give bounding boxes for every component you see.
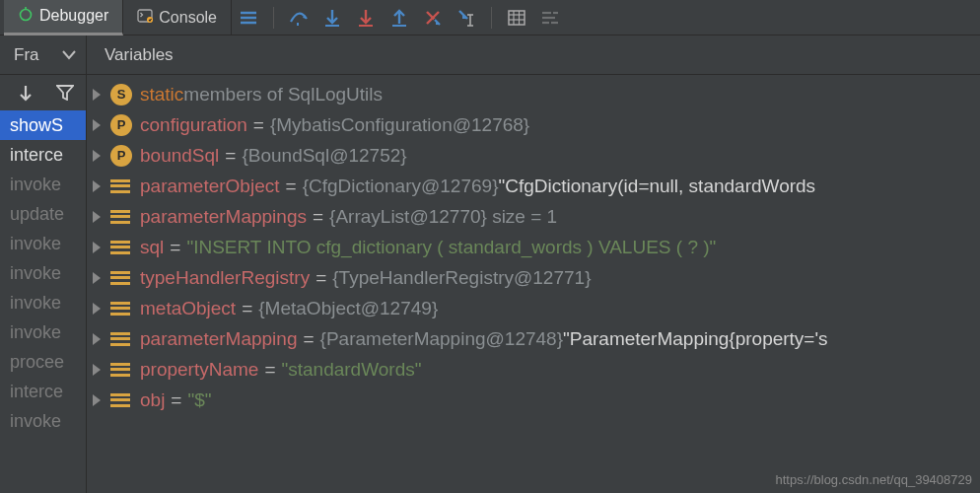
- equals-sign: =: [303, 323, 314, 354]
- variable-name: static: [140, 79, 183, 109]
- equals-sign: =: [286, 171, 297, 201]
- variable-row[interactable]: sql = "INSERT INTO cfg_dictionary ( stan…: [87, 232, 980, 262]
- variable-row[interactable]: Sstatic members of SqlLogUtils: [87, 79, 980, 109]
- variable-row[interactable]: metaObject = {MetaObject@12749}: [87, 293, 980, 323]
- chevron-down-icon: [62, 45, 76, 65]
- expand-arrow-icon[interactable]: [93, 242, 101, 253]
- variables-tree[interactable]: Sstatic members of SqlLogUtilsPconfigura…: [87, 75, 980, 493]
- tab-debugger-label: Debugger: [39, 7, 108, 25]
- bug-icon: [18, 6, 34, 26]
- evaluate-expression-button[interactable]: [503, 4, 530, 32]
- threads-icon[interactable]: [235, 4, 262, 32]
- variable-name: parameterMappings: [140, 201, 307, 232]
- variables-title: Variables: [105, 45, 174, 65]
- expand-arrow-icon[interactable]: [93, 150, 101, 162]
- frames-toolbar: [0, 75, 86, 110]
- frame-item[interactable]: interce: [0, 377, 86, 406]
- frames-list[interactable]: showSinterceinvokeupdateinvokeinvokeinvo…: [0, 110, 86, 493]
- expand-arrow-icon[interactable]: [93, 364, 101, 376]
- expand-arrow-icon[interactable]: [93, 303, 101, 315]
- svg-point-0: [21, 10, 32, 21]
- variables-panel: Variables Sstatic members of SqlLogUtils…: [87, 35, 980, 493]
- trace-button[interactable]: [536, 4, 564, 32]
- toolbar-divider: [273, 7, 274, 29]
- variable-row[interactable]: Pconfiguration = {MybatisConfiguration@1…: [87, 109, 980, 140]
- tab-console[interactable]: Console: [123, 0, 232, 35]
- variable-value: {MetaObject@12749}: [258, 293, 438, 323]
- frame-item[interactable]: invoke: [0, 406, 86, 436]
- tab-debugger[interactable]: Debugger: [4, 0, 123, 35]
- variable-name: propertyName: [140, 354, 258, 385]
- svg-point-3: [147, 17, 153, 23]
- equals-sign: =: [313, 201, 323, 232]
- variable-row[interactable]: PboundSql = {BoundSql@12752}: [87, 140, 980, 171]
- frames-title: Fra: [14, 45, 39, 65]
- field-badge-icon: [110, 241, 130, 254]
- force-step-into-button[interactable]: [352, 4, 380, 32]
- frame-item[interactable]: procee: [0, 347, 86, 377]
- frame-item[interactable]: update: [0, 199, 86, 229]
- expand-arrow-icon[interactable]: [93, 333, 101, 345]
- equals-sign: =: [242, 293, 252, 323]
- variable-name: boundSql: [140, 140, 219, 171]
- variable-row[interactable]: obj = "$": [87, 385, 980, 415]
- expand-arrow-icon[interactable]: [93, 89, 101, 101]
- variable-value: {ParameterMapping@12748}: [320, 323, 563, 354]
- frame-item[interactable]: invoke: [0, 258, 86, 288]
- variable-row[interactable]: propertyName = "standardWords": [87, 354, 980, 385]
- variable-value-string: "standardWords": [282, 354, 422, 385]
- console-icon: [137, 8, 153, 28]
- frame-item[interactable]: invoke: [0, 317, 86, 347]
- variable-value: {BoundSql@12752}: [242, 140, 406, 171]
- variable-name: configuration: [140, 109, 247, 140]
- equals-sign: =: [315, 262, 326, 293]
- expand-arrow-icon[interactable]: [93, 119, 101, 131]
- expand-arrow-icon[interactable]: [93, 180, 101, 192]
- variable-name: parameterMapping: [140, 323, 297, 354]
- frame-item[interactable]: interce: [0, 140, 86, 170]
- variable-name: typeHandlerRegistry: [140, 262, 310, 293]
- expand-arrow-icon[interactable]: [93, 272, 101, 284]
- frames-panel: Fra showSinterceinvokeupdateinvokeinvoke…: [0, 35, 87, 493]
- drop-frame-button[interactable]: [419, 4, 447, 32]
- field-badge-icon: [110, 210, 130, 224]
- step-out-button[interactable]: [385, 4, 413, 32]
- variable-name: metaObject: [140, 293, 236, 323]
- static-badge-icon: S: [110, 84, 132, 106]
- frames-filter-button[interactable]: [51, 79, 79, 106]
- variable-value: members of SqlLogUtils: [183, 79, 383, 109]
- field-badge-icon: [110, 302, 130, 316]
- expand-arrow-icon[interactable]: [93, 394, 101, 406]
- frame-item[interactable]: invoke: [0, 288, 86, 317]
- variable-row[interactable]: parameterMappings = {ArrayList@12770} si…: [87, 201, 980, 232]
- variable-name: obj: [140, 385, 165, 415]
- variable-row[interactable]: typeHandlerRegistry = {TypeHandlerRegist…: [87, 262, 980, 293]
- param-badge-icon: P: [110, 145, 132, 167]
- variable-row[interactable]: parameterObject = {CfgDictionary@12769} …: [87, 171, 980, 201]
- variable-name: sql: [140, 232, 164, 262]
- debugger-toolbar: Debugger Console: [0, 0, 980, 35]
- step-into-button[interactable]: [318, 4, 346, 32]
- frames-panel-header[interactable]: Fra: [0, 35, 86, 75]
- equals-sign: =: [253, 109, 264, 140]
- frame-item[interactable]: invoke: [0, 229, 86, 258]
- equals-sign: =: [264, 354, 275, 385]
- frame-item[interactable]: invoke: [0, 170, 86, 199]
- step-over-button[interactable]: [285, 4, 313, 32]
- variable-value: {ArrayList@12770} size = 1: [329, 201, 557, 232]
- variable-value-string: "ParameterMapping{property='s: [563, 323, 828, 354]
- variable-row[interactable]: parameterMapping = {ParameterMapping@127…: [87, 323, 980, 354]
- frames-sort-button[interactable]: [12, 79, 39, 106]
- field-badge-icon: [110, 271, 130, 285]
- frame-item[interactable]: showS: [0, 110, 86, 140]
- field-badge-icon: [110, 363, 130, 377]
- field-badge-icon: [110, 393, 130, 407]
- svg-rect-20: [509, 11, 525, 25]
- variable-value-string: "$": [187, 385, 211, 415]
- equals-sign: =: [171, 385, 181, 415]
- run-to-cursor-button[interactable]: [453, 4, 480, 32]
- field-badge-icon: [110, 179, 130, 193]
- expand-arrow-icon[interactable]: [93, 211, 101, 223]
- field-badge-icon: [110, 332, 130, 346]
- variable-value: {CfgDictionary@12769}: [303, 171, 499, 201]
